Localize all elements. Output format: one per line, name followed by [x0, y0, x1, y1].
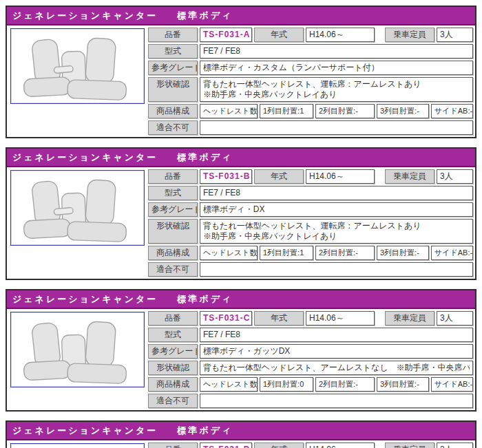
block-title: ジェネレーションキャンター	[12, 425, 158, 437]
composition-label: 商品構成	[148, 246, 198, 260]
seat-armrest	[54, 65, 73, 73]
seat-image-frame	[10, 443, 145, 448]
block-body: 品番 TS-F031-A 年式 H14.06～ 乗車定員 3人 型式 FE7 /…	[7, 25, 475, 137]
block-header: ジェネレーションキャンター 標準ボディ	[7, 149, 475, 167]
product-block: ジェネレーションキャンター 標準ボディ	[6, 420, 476, 448]
product-blocks: ジェネレーションキャンター 標準ボディ	[6, 6, 476, 448]
shape-label: 形状確認	[148, 219, 198, 244]
seat-illustration-icon	[13, 172, 143, 244]
composition-side-airbag-value: サイドAB:-	[431, 104, 473, 118]
shape-note-line-1: 背もたれ一体型ヘッドレスト、運転席：アームレストあり	[203, 221, 470, 231]
capacity-label: 乗車定員	[385, 28, 434, 42]
year-value: H14.06～	[306, 169, 375, 184]
spec-row-part-year-capacity: 品番 TS-F031-C 年式 H14.06～ 乗車定員 3人	[148, 311, 473, 326]
shape-value: 背もたれ一体型ヘッドレスト、運転席：アームレストあり ※助手席・中央席バックトレ…	[200, 77, 473, 102]
spec-row-incompatible: 適合不可	[148, 394, 473, 408]
year-label: 年式	[254, 311, 304, 326]
seat-illustration-icon	[13, 314, 143, 385]
capacity-label: 乗車定員	[385, 169, 434, 184]
part-no-label: 品番	[148, 442, 198, 448]
composition-row3-armrest-value: 3列目肘置:-	[377, 377, 429, 392]
model-value: FE7 / FE8	[200, 328, 473, 342]
incompatible-label: 適合不可	[148, 262, 198, 277]
shape-label: 形状確認	[148, 77, 198, 102]
seat-image-cell	[9, 311, 146, 408]
year-label: 年式	[254, 28, 304, 42]
composition-row1-armrest-value: 1列目肘置:0	[260, 377, 313, 392]
grade-label: 参考グレード	[148, 61, 198, 75]
spec-row-grade: 参考グレード 標準ボディ・DX	[148, 202, 473, 217]
shape-label: 形状確認	[148, 361, 198, 375]
composition-side-airbag-value: サイドAB:-	[431, 246, 473, 260]
part-no-label: 品番	[148, 169, 198, 184]
model-label: 型式	[148, 186, 198, 200]
composition-row1-armrest-value: 1列目肘置:1	[260, 246, 313, 260]
incompatible-value	[200, 262, 473, 277]
capacity-value: 3人	[437, 442, 473, 448]
grade-value: 標準ボディ・ガッツDX	[200, 344, 473, 359]
part-number-value: TS-F031-A	[200, 28, 252, 42]
product-block: ジェネレーションキャンター 標準ボディ	[6, 289, 476, 412]
capacity-value: 3人	[437, 28, 473, 42]
grade-label: 参考グレード	[148, 202, 198, 217]
spec-table: 品番 TS-F031-C 年式 H14.06～ 乗車定員 3人 型式 FE7 /…	[148, 311, 473, 408]
shape-note-line-1: 背もたれ一体型ヘッドレスト、アームレストなし ※助手席・中央席バックトレイあり	[203, 363, 470, 373]
composition-label: 商品構成	[148, 377, 198, 392]
composition-headrest-value: ヘッドレスト数:0	[200, 377, 258, 392]
spec-row-incompatible: 適合不可	[148, 120, 473, 135]
seat-image-frame	[10, 170, 145, 246]
block-subtitle: 標準ボディ	[177, 293, 233, 306]
incompatible-value	[200, 120, 473, 135]
incompatible-label: 適合不可	[148, 120, 198, 135]
spec-row-shape: 形状確認 背もたれ一体型ヘッドレスト、運転席：アームレストあり ※助手席・中央席…	[148, 77, 473, 102]
shape-note-line-2: ※助手席・中央席バックトレイあり	[203, 231, 470, 242]
capacity-value: 3人	[437, 169, 473, 184]
block-subtitle: 標準ボディ	[177, 425, 233, 437]
composition-row1-armrest-value: 1列目肘置:1	[260, 104, 313, 118]
year-value: H14.06～	[306, 311, 375, 326]
capacity-label: 乗車定員	[385, 311, 434, 326]
year-label: 年式	[254, 442, 304, 448]
spec-table: 品番 TS-F031-B 年式 H14.06～ 乗車定員 3人 型式 FE7 /…	[148, 169, 473, 277]
seat-image-frame	[10, 28, 145, 104]
grade-value: 標準ボディ・DX	[200, 202, 473, 217]
part-no-label: 品番	[148, 311, 198, 326]
seat-armrest	[54, 207, 73, 215]
spec-row-incompatible: 適合不可	[148, 262, 473, 277]
spec-row-part-year-capacity: 品番 TS-F031-D 年式 H14.06～ 乗車定員 3人	[148, 442, 473, 448]
year-label: 年式	[254, 169, 304, 184]
spec-row-composition: 商品構成 ヘッドレスト数:0 1列目肘置:1 2列目肘置:- 3列目肘置:- サ…	[148, 246, 473, 260]
block-subtitle: 標準ボディ	[177, 10, 233, 22]
block-header: ジェネレーションキャンター 標準ボディ	[7, 422, 475, 440]
composition-headrest-value: ヘッドレスト数:0	[200, 246, 258, 260]
seat-illustration-icon	[13, 445, 143, 448]
spec-row-composition: 商品構成 ヘッドレスト数:0 1列目肘置:0 2列目肘置:- 3列目肘置:- サ…	[148, 377, 473, 392]
block-title: ジェネレーションキャンター	[12, 293, 158, 306]
spec-row-grade: 参考グレード 標準ボディ・ガッツDX	[148, 344, 473, 359]
spec-row-grade: 参考グレード 標準ボディ・カスタム（ランバーサポート付）	[148, 61, 473, 75]
seat-image-frame	[10, 312, 145, 387]
spec-row-shape: 形状確認 背もたれ一体型ヘッドレスト、アームレストなし ※助手席・中央席バックト…	[148, 361, 473, 375]
spec-table: 品番 TS-F031-D 年式 H14.06～ 乗車定員 3人 型式 FE7 /…	[148, 442, 473, 448]
product-block: ジェネレーションキャンター 標準ボディ	[6, 6, 476, 138]
part-number-value: TS-F031-D	[200, 442, 252, 448]
block-title: ジェネレーションキャンター	[12, 151, 158, 164]
seat-image-cell	[9, 169, 146, 277]
seat-illustration-icon	[13, 30, 143, 102]
composition-label: 商品構成	[148, 104, 198, 118]
block-header: ジェネレーションキャンター 標準ボディ	[7, 290, 475, 309]
part-number-value: TS-F031-C	[200, 311, 252, 326]
block-body: 品番 TS-F031-C 年式 H14.06～ 乗車定員 3人 型式 FE7 /…	[7, 309, 475, 410]
composition-headrest-value: ヘッドレスト数:0	[200, 104, 258, 118]
block-header: ジェネレーションキャンター 標準ボディ	[7, 7, 475, 25]
block-body: 品番 TS-F031-B 年式 H14.06～ 乗車定員 3人 型式 FE7 /…	[7, 167, 475, 279]
seat-image-cell	[9, 28, 146, 135]
spec-row-composition: 商品構成 ヘッドレスト数:0 1列目肘置:1 2列目肘置:- 3列目肘置:- サ…	[148, 104, 473, 118]
composition-row3-armrest-value: 3列目肘置:-	[377, 104, 429, 118]
shape-value: 背もたれ一体型ヘッドレスト、運転席：アームレストあり ※助手席・中央席バックトレ…	[200, 219, 473, 244]
spec-table: 品番 TS-F031-A 年式 H14.06～ 乗車定員 3人 型式 FE7 /…	[148, 28, 473, 135]
spec-row-shape: 形状確認 背もたれ一体型ヘッドレスト、運転席：アームレストあり ※助手席・中央席…	[148, 219, 473, 244]
spec-row-model: 型式 FE7 / FE8	[148, 186, 473, 200]
year-value: H14.06～	[306, 28, 375, 42]
shape-note-line-2: ※助手席・中央席バックトレイあり	[203, 89, 470, 100]
